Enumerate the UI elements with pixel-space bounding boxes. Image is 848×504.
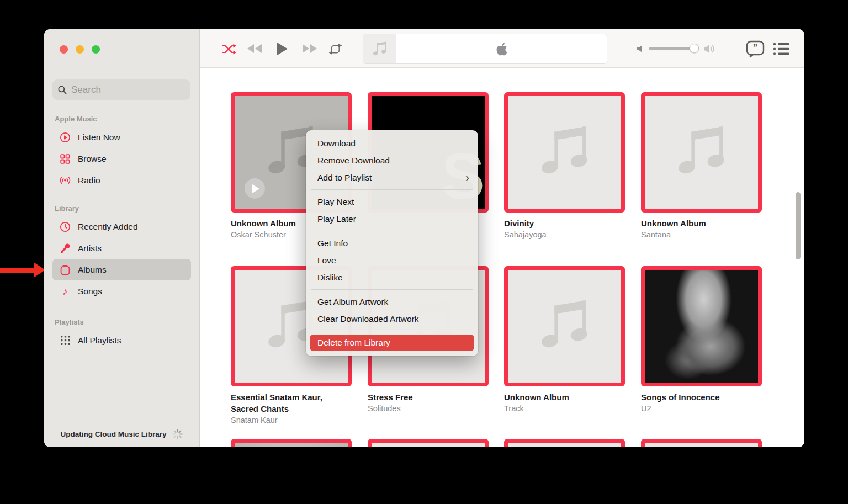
album-card[interactable]: Unknown Album Santana	[641, 92, 762, 241]
sidebar-section-library: Library	[55, 201, 199, 213]
album-title: Unknown Album	[504, 391, 625, 403]
menu-separator	[311, 331, 473, 331]
menu-item-play-next[interactable]: Play Next	[306, 193, 478, 210]
menu-item-delete-from-library[interactable]: Delete from Library	[310, 335, 474, 351]
radio-icon	[59, 174, 71, 187]
submenu-chevron-icon: ›	[465, 172, 469, 183]
album-card[interactable]: Songs of Innocence U2	[641, 266, 762, 415]
volume-slider-knob[interactable]	[690, 44, 699, 53]
music-note-icon	[371, 40, 389, 58]
desktop-background: Search Apple Music Listen Now	[0, 0, 848, 504]
listen-now-icon	[59, 131, 71, 144]
search-placeholder: Search	[71, 84, 101, 96]
album-artwork	[231, 439, 352, 447]
sidebar-item-label: Artists	[78, 243, 102, 253]
repeat-button[interactable]	[328, 43, 343, 55]
music-note-icon	[671, 121, 733, 183]
sidebar-item-artists[interactable]: Artists	[52, 237, 191, 259]
search-icon	[58, 86, 67, 94]
menu-separator	[311, 189, 473, 190]
album-artwork-placeholder	[504, 439, 625, 447]
toolbar: ”	[200, 29, 804, 68]
album-artist: Santana	[641, 229, 762, 241]
zoom-window-button[interactable]	[92, 45, 100, 54]
sidebar-item-browse[interactable]: Browse	[52, 148, 191, 169]
all-playlists-icon	[59, 335, 71, 347]
menu-item-play-later[interactable]: Play Later	[306, 210, 478, 227]
album-card[interactable]	[641, 439, 762, 447]
album-artist: Sahajayoga	[504, 229, 625, 241]
sidebar-item-label: Listen Now	[78, 132, 120, 142]
sidebar-item-radio[interactable]: Radio	[52, 169, 191, 191]
now-playing-display	[363, 34, 607, 64]
sidebar-item-label: Albums	[78, 265, 107, 275]
menu-item-add-to-playlist[interactable]: Add to Playlist ›	[306, 169, 478, 186]
album-artwork-placeholder	[504, 266, 625, 386]
album-card[interactable]: Unknown Album Track	[504, 266, 625, 415]
spinner-icon	[172, 428, 183, 440]
music-note-icon	[534, 295, 596, 357]
annotation-arrow-head-icon	[34, 262, 45, 278]
album-artwork-placeholder	[641, 439, 762, 447]
sidebar-item-label: Songs	[78, 287, 102, 296]
sidebar-item-label: All Playlists	[78, 336, 121, 346]
sidebar-section-playlists: Playlists	[55, 315, 199, 326]
sidebar-item-listen-now[interactable]: Listen Now	[52, 126, 191, 148]
menu-item-get-album-artwork[interactable]: Get Album Artwork	[306, 293, 478, 310]
album-context-menu: Download Remove Download Add to Playlist…	[306, 130, 478, 356]
album-card[interactable]	[368, 439, 489, 447]
album-card[interactable]	[504, 439, 625, 447]
lyrics-button[interactable]: ”	[746, 40, 765, 59]
sidebar-item-recently-added[interactable]: Recently Added	[52, 216, 191, 237]
menu-item-get-info[interactable]: Get Info	[306, 235, 478, 252]
album-artist: Snatam Kaur	[231, 415, 352, 426]
previous-track-button[interactable]	[246, 43, 263, 54]
play-overlay-button[interactable]	[245, 178, 265, 199]
content-area: ”	[200, 29, 804, 447]
now-playing-body	[396, 34, 607, 63]
album-title: Essential Snatam Kaur, Sacred Chants	[231, 391, 352, 415]
up-next-button[interactable]	[773, 43, 789, 55]
sidebar-item-albums[interactable]: Albums	[52, 259, 191, 280]
shuffle-button[interactable]	[222, 44, 236, 55]
svg-text:”: ”	[753, 43, 758, 53]
album-artwork-placeholder	[641, 92, 762, 213]
menu-item-love[interactable]: Love	[306, 252, 478, 269]
album-card[interactable]	[231, 439, 352, 447]
album-artist: Solitudes	[368, 403, 489, 415]
music-note-icon	[534, 121, 596, 183]
vertical-scrollbar-thumb[interactable]	[796, 192, 801, 259]
play-button[interactable]	[277, 43, 288, 55]
search-input[interactable]: Search	[52, 79, 190, 100]
menu-item-download[interactable]: Download	[306, 135, 478, 152]
artists-icon	[59, 242, 71, 254]
album-artwork	[641, 266, 762, 386]
apple-logo-icon	[496, 42, 508, 56]
sidebar-section-apple-music: Apple Music	[55, 112, 199, 123]
now-playing-artwork	[363, 34, 396, 63]
album-card[interactable]: Divinity Sahajayoga	[504, 92, 625, 241]
library-update-status: Updating Cloud Music Library	[44, 421, 199, 447]
volume-max-icon	[704, 44, 717, 54]
albums-icon	[59, 264, 71, 276]
album-artist: Track	[504, 403, 625, 415]
sidebar: Search Apple Music Listen Now	[44, 29, 200, 447]
next-track-button[interactable]	[301, 43, 319, 54]
menu-item-dislike[interactable]: Dislike	[306, 269, 478, 286]
browse-icon	[59, 153, 71, 165]
sidebar-item-all-playlists[interactable]: All Playlists	[52, 330, 191, 351]
menu-separator	[311, 289, 473, 290]
album-artwork-placeholder	[368, 439, 489, 447]
menu-item-clear-downloaded-artwork[interactable]: Clear Downloaded Artwork	[306, 310, 478, 327]
album-artwork-placeholder	[504, 92, 625, 213]
songs-icon: ♪	[59, 285, 71, 298]
close-window-button[interactable]	[60, 45, 68, 54]
menu-item-remove-download[interactable]: Remove Download	[306, 152, 478, 169]
album-title: Unknown Album	[641, 217, 762, 229]
minimize-window-button[interactable]	[76, 45, 84, 54]
sidebar-item-label: Recently Added	[78, 222, 138, 232]
status-text: Updating Cloud Music Library	[60, 430, 166, 438]
sidebar-item-songs[interactable]: ♪ Songs	[52, 280, 191, 302]
recently-added-icon	[59, 221, 71, 233]
sidebar-item-label: Radio	[78, 176, 100, 185]
